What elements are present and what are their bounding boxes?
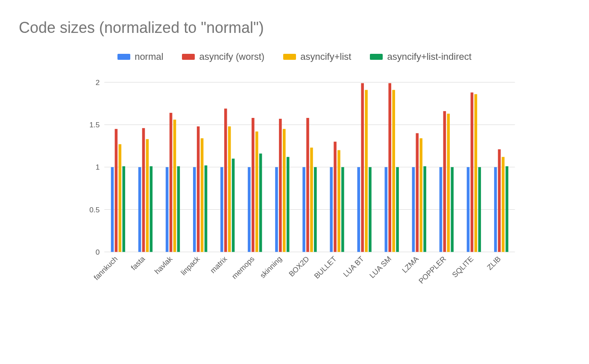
bar (357, 167, 360, 252)
chart-container: Code sizes (normalized to "normal") norm… (0, 0, 589, 364)
bar (443, 111, 446, 252)
bar (170, 113, 173, 252)
y-tick-label: 1 (96, 163, 100, 171)
bar (478, 167, 481, 252)
bar (287, 157, 290, 252)
bar (302, 167, 305, 252)
bar (150, 166, 153, 252)
legend-label: normal (135, 51, 163, 62)
bar (334, 142, 337, 252)
y-tick-label: 0 (96, 248, 100, 256)
chart-plot: 00.511.52 fannkuchfastahavlaklinpackmatr… (41, 77, 575, 299)
legend-label: asyncify+list (300, 51, 351, 62)
x-tick-label: linpack (179, 254, 202, 277)
bar (388, 83, 391, 252)
x-tick-label: skinning (258, 255, 284, 280)
bar (283, 129, 286, 252)
legend-label: asyncify+list-indirect (387, 51, 471, 62)
bar (252, 118, 255, 252)
y-tick-label: 1.5 (89, 120, 100, 129)
bar (173, 120, 176, 252)
bar (138, 167, 141, 252)
bar (502, 157, 505, 252)
legend-label: asyncify (worst) (199, 51, 264, 62)
bar (440, 167, 442, 252)
x-tick-label: LUA SM (368, 255, 393, 280)
bar (506, 166, 509, 252)
bar (467, 167, 470, 252)
bar (423, 166, 426, 252)
x-tick-label: matrix (208, 254, 229, 275)
bar (201, 138, 204, 252)
legend: normal asyncify (worst) asyncify+list as… (0, 51, 589, 62)
bar (142, 128, 145, 252)
bar (111, 167, 114, 252)
bar (494, 167, 497, 252)
legend-swatch (117, 54, 130, 60)
bar (306, 118, 309, 252)
bar (166, 167, 169, 252)
bar (224, 109, 227, 252)
bar (193, 167, 196, 252)
legend-swatch (182, 54, 195, 60)
bar (471, 92, 474, 252)
x-tick-label: fasta (129, 254, 147, 272)
bar (205, 165, 208, 252)
x-tick-label: BOX2D (287, 255, 311, 279)
x-tick-label: LUA BT (342, 254, 366, 279)
legend-swatch (283, 54, 296, 60)
bar (416, 133, 419, 252)
bar (361, 83, 364, 252)
bar (122, 166, 125, 252)
bar (337, 150, 340, 252)
bar (498, 149, 501, 252)
chart-title: Code sizes (normalized to "normal") (19, 19, 264, 37)
bar (259, 153, 262, 252)
bar (369, 167, 372, 252)
bar (385, 167, 388, 252)
legend-item-asyncify-list: asyncify+list (283, 51, 351, 62)
y-tick-label: 2 (96, 78, 100, 87)
x-tick-label: fannkuch (92, 255, 119, 282)
x-tick-label: BULLET (312, 254, 338, 280)
bar (392, 90, 395, 252)
bar (255, 132, 258, 252)
bar (177, 166, 180, 252)
bar (396, 167, 399, 252)
bar (119, 144, 122, 252)
bar (197, 126, 200, 252)
y-tick-label: 0.5 (89, 205, 100, 214)
bar (232, 159, 235, 252)
bar (341, 167, 344, 252)
bar (451, 167, 454, 252)
bar (146, 139, 149, 252)
legend-swatch (370, 54, 383, 60)
x-tick-label: POPPLER (417, 255, 448, 285)
bar (475, 94, 478, 252)
x-tick-label: havlak (153, 254, 174, 276)
bar (447, 114, 450, 252)
bar (115, 129, 118, 252)
bar (248, 167, 251, 252)
legend-item-normal: normal (117, 51, 163, 62)
bar (275, 167, 278, 252)
bar (228, 126, 231, 252)
x-tick-label: memops (230, 254, 256, 280)
bar (310, 147, 313, 252)
bar (419, 138, 422, 252)
bar (314, 167, 317, 252)
x-tick-label: SQLITE (451, 255, 475, 279)
bar (220, 167, 223, 252)
legend-item-asyncify-list-indirect: asyncify+list-indirect (370, 51, 471, 62)
bar (279, 119, 282, 252)
x-tick-label: LZMA (400, 254, 420, 274)
x-tick-label: ZLIB (485, 255, 502, 272)
bar (412, 167, 415, 252)
bar (330, 167, 333, 252)
bar (365, 90, 368, 252)
legend-item-asyncify-worst: asyncify (worst) (182, 51, 264, 62)
